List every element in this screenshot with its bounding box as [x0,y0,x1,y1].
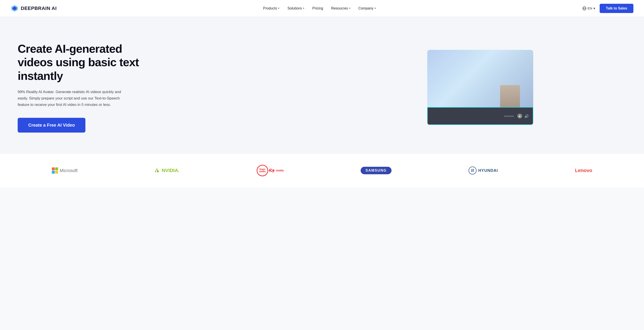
virgin-media-label: media [276,169,284,172]
hyundai-h-icon: H [468,167,476,174]
globe-icon [582,6,586,10]
samsung-pill: SAMSUNG [360,167,392,174]
play-button[interactable] [517,114,522,118]
microsoft-grid-icon [52,167,58,174]
nvidia-logo: NVIDIA. [155,168,180,173]
logo-link[interactable]: DEEPBRAIN AI [10,4,57,12]
virgin-circle-icon: Virginmedia [257,165,268,176]
nav-item-company[interactable]: Company ▾ [358,6,376,10]
nav-links: Products ▾ Solutions ▾ Pricing Resources… [263,6,376,10]
microsoft-logo: Microsoft [52,167,78,174]
logo-icon [10,4,18,12]
create-free-video-button[interactable]: Create a Free AI Video [18,118,86,133]
logos-section: Microsoft NVIDIA. Virginmedia media SAMS… [0,154,644,187]
volume-icon[interactable]: 🔊 [524,114,529,118]
hero-description: 99% Reality AI Avatar. Generate realisti… [18,89,132,108]
lenovo-logo: Lenovo [575,168,592,173]
samsung-logo: SAMSUNG [360,167,392,174]
talk-to-sales-button[interactable]: Talk to Sales [600,4,634,13]
preview-label: previews [504,115,514,117]
navbar: DEEPBRAIN AI Products ▾ Solutions ▾ Pric… [0,0,644,17]
hyundai-text: HYUNDAI [478,168,498,173]
hyundai-logo: H HYUNDAI [468,167,498,174]
nav-link-solutions[interactable]: Solutions ▾ [287,6,304,10]
nav-item-pricing[interactable]: Pricing [312,6,323,10]
virgin-inner-text: Virginmedia [259,168,266,173]
microsoft-text: Microsoft [60,168,78,173]
logo-text: DEEPBRAIN AI [21,5,57,11]
chevron-down-icon: ▾ [303,7,304,10]
virgin-media-logo: Virginmedia media [257,165,284,176]
chevron-down-icon: ▾ [278,7,280,10]
nav-item-products[interactable]: Products ▾ [263,6,280,10]
nav-item-resources[interactable]: Resources ▾ [331,6,350,10]
hero-section: Create AI-generated videos using basic t… [0,17,644,154]
hero-title: Create AI-generated videos using basic t… [18,42,150,83]
hero-right: previews 🔊 [334,50,626,125]
nav-link-products[interactable]: Products ▾ [263,6,280,10]
video-mockup: previews 🔊 [427,50,533,125]
lenovo-text: Lenovo [575,168,592,173]
samsung-text: SAMSUNG [366,169,387,173]
nav-link-pricing[interactable]: Pricing [312,6,323,10]
svg-text:H: H [471,168,474,173]
chevron-down-icon: ▾ [349,7,350,10]
nav-link-resources[interactable]: Resources ▾ [331,6,350,10]
virgin-infinity-icon [268,167,275,174]
nvidia-icon [155,168,160,173]
nav-link-company[interactable]: Company ▾ [358,6,376,10]
nav-item-solutions[interactable]: Solutions ▾ [287,6,304,10]
nav-right: EN ▾ Talk to Sales [582,4,634,13]
chevron-down-icon: ▾ [594,6,595,10]
nvidia-text: NVIDIA. [162,168,180,173]
hero-left: Create AI-generated videos using basic t… [18,42,150,133]
video-controls-bar: previews 🔊 [427,107,533,125]
language-button[interactable]: EN ▾ [582,6,596,10]
chevron-down-icon: ▾ [374,7,376,10]
